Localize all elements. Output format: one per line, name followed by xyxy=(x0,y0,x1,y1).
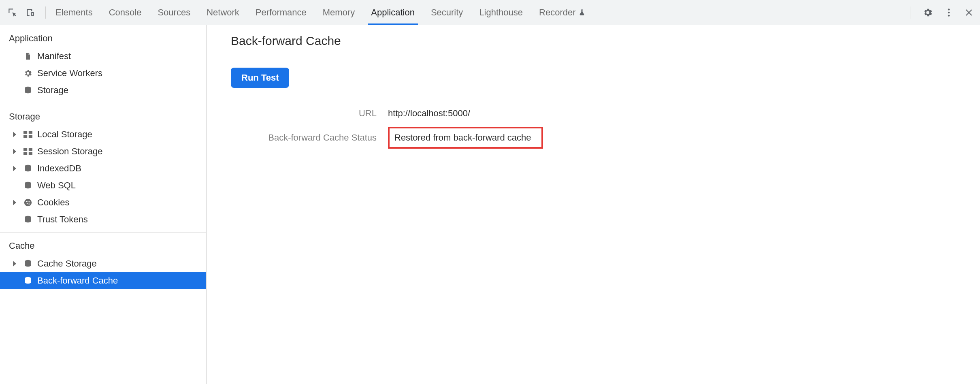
sidebar-section-application: Application Manifest Service Workers xyxy=(0,25,206,103)
sidebar-section-storage: Storage Local Storage Session Storage xyxy=(0,103,206,233)
svg-point-1 xyxy=(948,11,950,13)
section-heading: Storage xyxy=(0,107,206,126)
database-icon xyxy=(23,276,33,285)
close-icon[interactable] xyxy=(965,8,974,17)
devtools-tabbar: Elements Console Sources Network Perform… xyxy=(0,0,980,25)
sidebar-item-local-storage[interactable]: Local Storage xyxy=(0,126,206,143)
tab-elements[interactable]: Elements xyxy=(55,0,93,25)
tabbar-divider xyxy=(910,6,910,19)
content-title: Back-forward Cache xyxy=(207,25,980,57)
chevron-right-icon xyxy=(11,132,19,137)
database-icon xyxy=(23,259,33,268)
run-test-button[interactable]: Run Test xyxy=(231,68,289,88)
svg-rect-7 xyxy=(29,135,32,138)
result-row-status: Back-forward Cache Status Restored from … xyxy=(231,123,962,153)
result-label: URL xyxy=(231,108,377,119)
result-value-url: http://localhost:5000/ xyxy=(388,108,470,119)
sidebar-item-storage[interactable]: Storage xyxy=(0,82,206,99)
database-icon xyxy=(23,164,33,173)
sidebar-section-cache: Cache Cache Storage Back-forward Cache xyxy=(0,233,206,293)
svg-point-0 xyxy=(948,9,950,10)
sidebar-item-back-forward-cache[interactable]: Back-forward Cache xyxy=(0,272,206,289)
chevron-right-icon xyxy=(11,261,19,267)
result-label: Back-forward Cache Status xyxy=(231,132,377,143)
result-value-status: Restored from back-forward cache xyxy=(388,127,543,149)
tab-label: Performance xyxy=(256,7,307,18)
more-vertical-icon[interactable] xyxy=(944,7,954,18)
database-icon xyxy=(23,215,33,224)
tab-security[interactable]: Security xyxy=(431,0,463,25)
sidebar-item-label: Cookies xyxy=(37,197,69,208)
devtools-tabs: Elements Console Sources Network Perform… xyxy=(55,0,586,25)
result-row-url: URL http://localhost:5000/ xyxy=(231,104,962,123)
svg-point-15 xyxy=(26,201,28,202)
result-table: URL http://localhost:5000/ Back-forward … xyxy=(231,104,962,153)
sidebar-item-label: Back-forward Cache xyxy=(37,275,118,286)
sidebar-item-manifest[interactable]: Manifest xyxy=(0,48,206,65)
svg-rect-4 xyxy=(23,131,27,134)
svg-rect-10 xyxy=(23,152,27,155)
tab-label: Application xyxy=(371,7,415,18)
svg-rect-11 xyxy=(29,152,32,155)
tab-lighthouse[interactable]: Lighthouse xyxy=(479,0,523,25)
sidebar-item-label: Trust Tokens xyxy=(37,214,88,225)
tab-label: Sources xyxy=(158,7,190,18)
tabbar-right-icons xyxy=(908,6,974,19)
sidebar-item-cache-storage[interactable]: Cache Storage xyxy=(0,255,206,272)
svg-rect-9 xyxy=(29,148,32,151)
svg-point-18 xyxy=(28,203,30,205)
tab-label: Memory xyxy=(323,7,355,18)
sidebar-item-label: Manifest xyxy=(37,51,71,62)
section-heading: Cache xyxy=(0,236,206,255)
inspect-icon[interactable] xyxy=(7,7,18,18)
sidebar-item-label: Web SQL xyxy=(37,180,76,191)
tab-label: Console xyxy=(109,7,142,18)
tab-network[interactable]: Network xyxy=(207,0,239,25)
tab-performance[interactable]: Performance xyxy=(256,0,307,25)
tabbar-divider xyxy=(45,6,46,19)
content-body: Run Test URL http://localhost:5000/ Back… xyxy=(207,57,980,164)
sidebar-item-service-workers[interactable]: Service Workers xyxy=(0,65,206,82)
tabbar-left-icons xyxy=(7,6,48,19)
svg-rect-5 xyxy=(29,131,32,134)
tab-label: Elements xyxy=(55,7,93,18)
sidebar-item-label: Session Storage xyxy=(37,146,102,157)
tab-memory[interactable]: Memory xyxy=(323,0,355,25)
tab-sources[interactable]: Sources xyxy=(158,0,190,25)
gear-icon xyxy=(23,69,33,78)
device-toolbar-icon[interactable] xyxy=(25,7,36,18)
tab-label: Security xyxy=(431,7,463,18)
sidebar-item-label: Storage xyxy=(37,85,68,96)
svg-point-16 xyxy=(28,201,30,203)
tab-label: Recorder xyxy=(539,7,575,18)
section-heading: Application xyxy=(0,28,206,48)
sidebar-item-label: Local Storage xyxy=(37,129,92,140)
svg-rect-8 xyxy=(23,148,27,151)
status-highlight: Restored from back-forward cache xyxy=(388,127,543,149)
database-icon xyxy=(23,86,33,95)
sidebar-item-label: Cache Storage xyxy=(37,258,97,269)
sidebar-item-session-storage[interactable]: Session Storage xyxy=(0,143,206,160)
tab-console[interactable]: Console xyxy=(109,0,142,25)
settings-icon[interactable] xyxy=(922,7,933,18)
svg-point-2 xyxy=(948,15,950,16)
sidebar-item-label: Service Workers xyxy=(37,68,102,79)
sidebar-item-indexeddb[interactable]: IndexedDB xyxy=(0,160,206,177)
svg-point-17 xyxy=(27,203,28,204)
grid-icon xyxy=(23,131,33,138)
svg-point-14 xyxy=(24,199,32,206)
sidebar-item-label: IndexedDB xyxy=(37,163,81,174)
svg-rect-6 xyxy=(23,135,27,138)
chevron-right-icon xyxy=(11,166,19,171)
tab-application[interactable]: Application xyxy=(371,0,415,25)
tab-label: Lighthouse xyxy=(479,7,523,18)
tab-recorder[interactable]: Recorder xyxy=(539,0,585,25)
grid-icon xyxy=(23,148,33,155)
sidebar-item-cookies[interactable]: Cookies xyxy=(0,194,206,211)
sidebar-item-web-sql[interactable]: Web SQL xyxy=(0,177,206,194)
tab-label: Network xyxy=(207,7,239,18)
application-sidebar: Application Manifest Service Workers xyxy=(0,25,207,384)
sidebar-item-trust-tokens[interactable]: Trust Tokens xyxy=(0,211,206,228)
main-split: Application Manifest Service Workers xyxy=(0,25,980,384)
chevron-right-icon xyxy=(11,149,19,154)
